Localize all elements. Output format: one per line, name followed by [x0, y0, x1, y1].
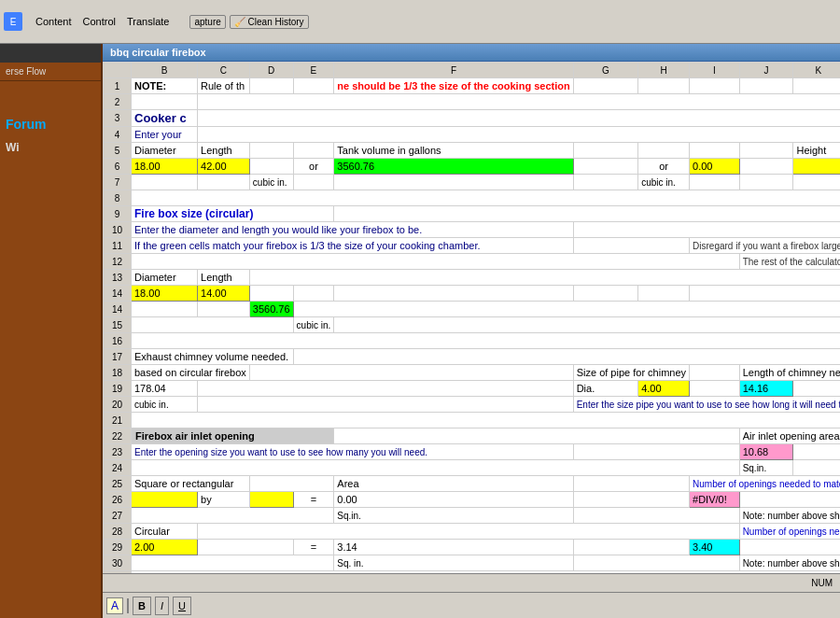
height-header: Height [793, 143, 840, 159]
cell-rest20 [198, 397, 574, 413]
cell-rest27 [132, 508, 334, 524]
spreadsheet-title: bbq circular firebox [110, 47, 206, 58]
cell-i1 [690, 78, 740, 94]
fb-length-val[interactable]: 14.00 [198, 286, 250, 302]
row-num: 15 [104, 317, 132, 333]
cell-e1 [293, 78, 334, 94]
note-1-or-more1: Note: number above should be 1 or more. [739, 508, 840, 524]
diameter-val[interactable]: 18.00 [132, 159, 198, 175]
cell-rest23 [573, 444, 739, 460]
row-num: 9 [104, 206, 132, 222]
sidebar: erse Flow Forum Wi [0, 44, 103, 618]
table-row: 4 Enter your [104, 127, 841, 143]
firebox-inst2: If the green cells match your firebox is… [132, 238, 574, 254]
cell-c7 [198, 175, 250, 190]
col-header-j: J [739, 63, 793, 78]
cell-b2 [132, 94, 198, 110]
exhaust-header: Exhaust chimney volume needed. [132, 349, 294, 365]
table-row: 15 cubic in. [104, 317, 841, 333]
cell-rest29c [739, 540, 840, 555]
row-num: 17 [104, 349, 132, 365]
sq-openings-val[interactable]: #DIV/0! [690, 492, 740, 508]
sq-val1[interactable] [132, 492, 198, 508]
row-num: 27 [104, 508, 132, 524]
cell-rest25 [249, 476, 333, 492]
dia-val[interactable]: 4.00 [638, 381, 690, 397]
table-row: 21 [104, 413, 841, 428]
cell-rest23b [793, 444, 840, 460]
menu-translate[interactable]: Translate [121, 14, 175, 29]
cell-rest13 [249, 270, 840, 286]
cell-h18 [690, 365, 740, 381]
cell-rest25b [573, 476, 689, 492]
cell-f14 [334, 286, 573, 302]
a-indicator: A [106, 597, 123, 614]
clean-history-btn[interactable]: 🧹 Clean History [230, 15, 309, 29]
cell-k7 [793, 175, 840, 190]
cell-rest26 [573, 492, 689, 508]
by-label1: by [198, 492, 250, 508]
table-row: 16 [104, 333, 841, 349]
cell-rest21 [132, 413, 841, 428]
fb-diameter-val[interactable]: 18.00 [132, 286, 198, 302]
menu-content[interactable]: Content [30, 14, 77, 29]
table-row: 11 If the green cells match your firebox… [104, 238, 841, 254]
capture-btn[interactable]: apture [189, 15, 225, 29]
grid-area[interactable]: B C D E F G H I J K L M N O P [103, 62, 840, 573]
table-row: 17 Exhaust chimney volume needed. [104, 349, 841, 365]
cell-rest30 [132, 555, 334, 571]
row-num: 2 [104, 94, 132, 110]
cell-g5 [573, 143, 638, 159]
diameter-header: Diameter [132, 143, 198, 159]
height-val[interactable] [793, 159, 840, 175]
circ-area-val: 3.14 [334, 540, 573, 555]
cell-i7 [690, 175, 740, 190]
length-val[interactable]: 42.00 [198, 159, 250, 175]
sq-val2[interactable] [249, 492, 293, 508]
bold-button[interactable]: B [133, 597, 151, 615]
sidebar-nav-reverse-flow[interactable]: erse Flow [0, 63, 101, 81]
table-row: 1 NOTE: Rule of th ne should be 1/3 the … [104, 78, 841, 94]
num-openings-label1: Number of openings needed to match area … [690, 476, 840, 492]
tank-vol-header: Tank volume in gallons [334, 143, 573, 159]
dia-label: Dia. [573, 381, 638, 397]
rule-text-mid: ne should be 1/3 the size of the cooking… [334, 78, 573, 94]
exhaust-sub: based on circular firebox [132, 365, 250, 381]
cell-d14 [249, 286, 293, 302]
cooker-label: Cooker c [132, 110, 198, 127]
air-inlet-header: Firebox air inlet opening [132, 428, 334, 444]
circ-openings-val[interactable]: 3.40 [690, 540, 740, 555]
chimney-length-val[interactable]: 14.16 [739, 381, 793, 397]
menu-control[interactable]: Control [77, 14, 121, 29]
row-num: 14 [104, 302, 132, 317]
cell-rest28 [198, 524, 740, 540]
table-row: 22 Firebox air inlet opening Air inlet o… [104, 428, 841, 444]
cell-j6 [739, 159, 793, 175]
air-inlet-area-val[interactable]: 10.68 [739, 444, 793, 460]
table-row: 23 Enter the opening size you want to us… [104, 444, 841, 460]
fb-diameter-header: Diameter [132, 270, 198, 286]
cell-h19 [690, 381, 740, 397]
sidebar-forum[interactable]: Forum [0, 109, 101, 139]
vol2-val[interactable]: 0.00 [690, 159, 740, 175]
circ-val1[interactable]: 2.00 [132, 540, 198, 555]
cell-h1 [638, 78, 690, 94]
air-inlet-inst: Enter the opening size you want to use t… [132, 444, 574, 460]
vol1-val[interactable]: 3560.76 [334, 159, 573, 175]
cell-j5 [739, 143, 793, 159]
row-num: 11 [104, 238, 132, 254]
cell-e5 [293, 143, 334, 159]
table-row: 5 Diameter Length Tank volume in gallons… [104, 143, 841, 159]
italic-button[interactable]: I [155, 597, 169, 615]
table-row: 12 The rest of the calculator will work … [104, 254, 841, 270]
cell-rest19 [198, 381, 574, 397]
exhaust-vol-val: 178.04 [132, 381, 198, 397]
row-num: 6 [104, 159, 132, 175]
cell-rest17 [293, 349, 840, 365]
app-icon: E [4, 12, 22, 31]
underline-button[interactable]: U [173, 597, 191, 615]
sidebar-top [0, 44, 101, 63]
row-num: 5 [104, 143, 132, 159]
col-header-b: B [132, 63, 198, 78]
fb-vol-val[interactable]: 3560.76 [249, 302, 293, 317]
